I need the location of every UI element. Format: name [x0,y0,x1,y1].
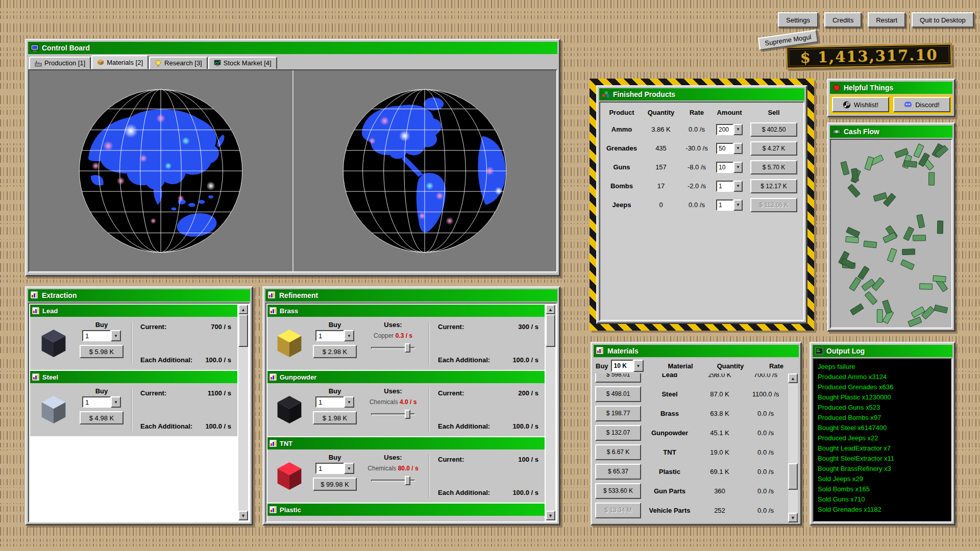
chevron-down-icon[interactable]: ▼ [344,463,354,474]
gunpowder-buy-quantity-dropdown[interactable]: 1 ▼ [315,396,354,408]
dropdown-value[interactable]: 10 K [611,360,633,372]
dropdown-value[interactable]: 1 [716,181,733,192]
product-name: Guns [601,163,642,171]
extraction-titlebar[interactable]: Extraction [28,289,250,302]
chevron-down-icon[interactable]: ▼ [733,162,743,173]
sell-grenades-button[interactable]: $ 4.27 K [750,141,797,156]
scroll-up-button[interactable]: ▲ [788,373,798,383]
tab-stock-market[interactable]: Stock Market [4] [208,57,277,69]
slider-thumb[interactable] [405,476,410,485]
grenades-amount-dropdown[interactable]: 50 ▼ [716,143,743,154]
steel-buy-quantity-dropdown[interactable]: 1 ▼ [82,396,121,408]
dropdown-value[interactable]: 10 [716,162,733,173]
dropdown-value[interactable]: 200 [716,124,733,135]
jeeps-amount-dropdown[interactable]: 1 ▼ [716,199,743,211]
scrollbar-thumb[interactable] [546,314,555,347]
scroll-down-button[interactable]: ▼ [238,511,248,520]
dropdown-value[interactable]: 1 [315,396,344,408]
quit-to-desktop-button[interactable]: Quit to Desktop [912,12,974,28]
buy-steel-button[interactable]: $ 4.98 K [80,411,124,424]
material-rate: 0.0 /s [743,487,788,495]
credits-button[interactable]: Credits [824,12,862,28]
output-log-titlebar[interactable]: Output Log [813,345,952,357]
chevron-down-icon[interactable]: ▼ [344,396,354,408]
chevron-down-icon[interactable]: ▼ [344,330,354,341]
sell-bombs-button[interactable]: $ 12.17 K [750,179,797,193]
tab-research[interactable]: Research [3] [149,57,208,69]
scrollbar-track[interactable] [546,314,555,511]
chevron-down-icon[interactable]: ▼ [111,330,121,341]
scrollbar-thumb[interactable] [788,463,798,490]
control-board-titlebar[interactable]: Control Board [28,42,557,54]
log-line: Sold Jeeps x29 [818,474,947,484]
tab-materials[interactable]: Materials [2] [91,55,149,69]
materials-buy-quantity-dropdown[interactable]: 10 K ▼ [611,360,644,372]
extraction-scrollbar[interactable]: ▲ ▼ [238,305,248,520]
sell-jeeps-button-disabled[interactable]: $ 113.06 K [750,198,797,212]
buy-gunpowder-price-button[interactable]: $ 132.07 [595,425,641,441]
guns-amount-dropdown[interactable]: 10 ▼ [716,162,743,173]
materials-rows: $ 598.01 Lead 298.0 K 700.0 /s $ 498.01 … [594,373,788,520]
dropdown-value[interactable]: 50 [716,143,733,154]
chevron-down-icon[interactable]: ▼ [733,199,743,211]
scrollbar-track[interactable] [788,383,798,513]
tab-production[interactable]: Production [1] [29,57,91,69]
wishlist-button[interactable]: Wishlist! [832,97,889,112]
buy-plastic-price-button[interactable]: $ 65.37 [595,464,641,480]
chevron-down-icon[interactable]: ▼ [733,143,743,154]
refinement-titlebar[interactable]: Refinement [265,289,557,302]
settings-button[interactable]: Settings [778,12,818,28]
brass-usage-slider[interactable] [371,343,415,353]
lead-buy-quantity-dropdown[interactable]: 1 ▼ [82,330,121,341]
buy-steel-price-button[interactable]: $ 498.01 [595,386,641,402]
dropdown-value[interactable]: 1 [82,396,111,408]
tab-label: Stock Market [4] [224,59,272,67]
dropdown-value[interactable]: 1 [82,330,111,341]
scrollbar-track[interactable] [238,314,248,511]
slider-thumb[interactable] [405,343,410,353]
buy-vehicle-parts-price-button-disabled[interactable]: $ 13.34 M [595,503,641,518]
tnt-usage-slider[interactable] [371,476,415,485]
buy-tnt-button[interactable]: $ 99.98 K [313,478,357,491]
extraction-content: Lead Buy 1 ▼ $ 5.98 K [28,303,250,522]
scroll-down-button[interactable]: ▼ [546,511,555,520]
discord-button[interactable]: Discord! [893,97,950,112]
dropdown-value[interactable]: 1 [315,463,344,474]
helpful-things-titlebar[interactable]: Helpful Things [830,82,952,94]
buy-lead-button[interactable]: $ 5.98 K [80,345,124,358]
slider-thumb[interactable] [405,410,410,419]
dropdown-value[interactable]: 1 [315,330,344,341]
scroll-up-button[interactable]: ▲ [238,305,248,314]
chevron-down-icon[interactable]: ▼ [733,124,743,135]
gunpowder-usage-slider[interactable] [371,410,415,419]
sell-ammo-button[interactable]: $ 402.50 [750,122,797,137]
finished-products-window: Finished Products Product Quantity Rate … [596,85,807,324]
scroll-up-button[interactable]: ▲ [546,305,555,314]
buy-brass-button[interactable]: $ 2.98 K [313,345,357,358]
scroll-down-button[interactable]: ▼ [788,513,798,522]
chevron-down-icon[interactable]: ▼ [633,360,644,372]
buy-lead-price-button[interactable]: $ 598.01 [595,373,641,383]
brass-buy-quantity-dropdown[interactable]: 1 ▼ [315,330,354,341]
cash-flow-titlebar[interactable]: Cash Flow [830,126,952,138]
dropdown-value[interactable]: 1 [716,199,733,211]
sell-guns-button[interactable]: $ 5.70 K [750,160,797,174]
chevron-down-icon[interactable]: ▼ [733,181,743,192]
finished-products-titlebar[interactable]: Finished Products [599,88,804,101]
materials-titlebar[interactable]: Materials [594,345,799,357]
buy-gunpowder-button[interactable]: $ 1.98 K [313,411,357,424]
bombs-amount-dropdown[interactable]: 1 ▼ [716,181,743,192]
materials-scrollbar[interactable]: ▲ ▼ [788,373,798,522]
ammo-amount-dropdown[interactable]: 200 ▼ [716,124,743,135]
log-line: Sold Guns x710 [818,494,947,505]
scrollbar-thumb[interactable] [238,314,248,347]
buy-label: Buy [95,387,108,395]
chevron-down-icon[interactable]: ▼ [111,396,121,408]
buy-gun-parts-price-button[interactable]: $ 533.60 K [595,483,641,499]
refinement-scrollbar[interactable]: ▲ ▼ [546,305,555,520]
restart-button[interactable]: Restart [868,12,905,28]
buy-tnt-price-button[interactable]: $ 6.67 K [595,444,641,460]
tnt-buy-quantity-dropdown[interactable]: 1 ▼ [315,463,354,474]
product-quantity: 0 [642,201,680,209]
buy-brass-price-button[interactable]: $ 198.77 [595,406,641,421]
